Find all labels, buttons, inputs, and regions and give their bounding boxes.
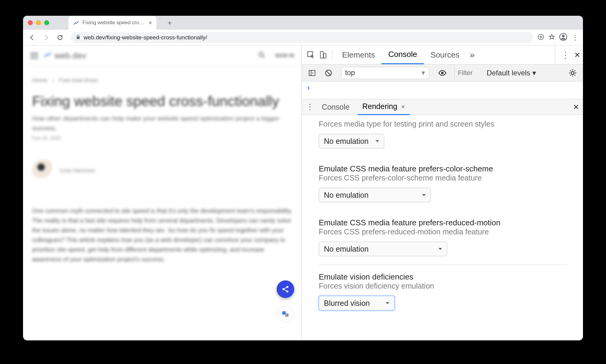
article-date: Feb 28, 2020: [32, 136, 292, 141]
bookmark-star-icon[interactable]: [548, 34, 555, 41]
execution-context-value: top: [345, 69, 355, 77]
console-prompt-icon: ›: [307, 83, 310, 92]
site-logo[interactable]: web.dev: [43, 50, 86, 61]
chevron-down-icon: [438, 248, 442, 252]
share-fab[interactable]: [277, 280, 294, 298]
section-emulate-media-type: Forces media type for testing print and …: [319, 120, 568, 157]
article-subtitle: How other departments can help make your…: [32, 114, 292, 133]
nav-back-button[interactable]: [27, 33, 37, 42]
svg-point-15: [571, 71, 574, 74]
site-logo-text: web.dev: [55, 51, 86, 61]
inspect-element-icon[interactable]: [305, 49, 317, 61]
article-title: Fixing website speed cross-functionally: [32, 93, 292, 109]
macos-traffic-lights: [28, 20, 49, 25]
console-toolbar: top ▾ Default levels ▾: [302, 65, 583, 81]
vision-title: Emulate vision deficiencies: [319, 272, 568, 282]
color-scheme-value: No emulation: [324, 191, 368, 200]
browser-tab-active[interactable]: Fixing website speed cross-fu ×: [68, 16, 156, 30]
section-prefers-reduced-motion: Emulate CSS media feature prefers-reduce…: [319, 211, 568, 265]
section-vision-deficiencies: Emulate vision deficiencies Forces visio…: [319, 265, 568, 319]
clear-console-icon[interactable]: [322, 67, 335, 79]
page-header: web.dev SIGN IN: [23, 45, 301, 66]
drawer-tab-close-icon[interactable]: ×: [401, 103, 405, 111]
window-zoom-button[interactable]: [44, 20, 49, 25]
console-sidebar-toggle-icon[interactable]: [306, 67, 318, 79]
devtools-drawer-tabbar: ⋮ Console Rendering × ×: [302, 99, 583, 115]
svg-rect-12: [309, 70, 315, 75]
site-search-icon[interactable]: [258, 51, 265, 60]
page-body: Home › Fast load times Fixing website sp…: [23, 66, 301, 340]
devtools-menu-icon[interactable]: ⋮: [561, 50, 570, 60]
section-prefers-color-scheme: Emulate CSS media feature prefers-color-…: [319, 157, 568, 211]
rendered-page: web.dev SIGN IN Home › Fast load times F…: [23, 45, 302, 340]
svg-point-5: [282, 288, 285, 290]
browser-toolbar: web.dev/fixing-website-speed-cross-funct…: [23, 30, 583, 45]
reduced-motion-desc: Forces CSS prefers-reduced-motion media …: [319, 227, 568, 236]
rendering-panel: Forces media type for testing print and …: [302, 115, 583, 340]
svg-rect-8: [285, 313, 289, 317]
drawer-tab-console[interactable]: Console: [317, 99, 355, 115]
chevron-down-icon: [375, 140, 379, 144]
svg-rect-10: [320, 51, 323, 58]
tab-sources[interactable]: Sources: [424, 46, 466, 64]
live-expression-icon[interactable]: [436, 67, 448, 79]
chevron-down-icon: ▾: [421, 69, 425, 77]
window-titlebar: Fixing website speed cross-fu × ＋: [23, 16, 583, 30]
svg-point-2: [562, 35, 565, 37]
new-tab-button[interactable]: ＋: [166, 18, 173, 28]
vision-deficiency-value: Blurred vision: [324, 299, 370, 308]
log-levels-select[interactable]: Default levels ▾: [484, 69, 538, 77]
nav-forward-button[interactable]: [41, 33, 51, 42]
tab-console[interactable]: Console: [381, 45, 424, 64]
menu-icon[interactable]: [30, 53, 38, 59]
drawer-close-icon[interactable]: ×: [573, 102, 579, 112]
color-scheme-select[interactable]: No emulation: [319, 188, 431, 202]
content-split: web.dev SIGN IN Home › Fast load times F…: [23, 45, 583, 340]
tab-close-icon[interactable]: ×: [148, 19, 152, 26]
window-close-button[interactable]: [28, 20, 33, 25]
media-type-value: No emulation: [324, 137, 368, 146]
chevron-down-icon: [422, 194, 426, 198]
tab-favicon-webdev: [73, 19, 79, 26]
tabs-overflow-icon[interactable]: »: [466, 50, 478, 60]
svg-rect-11: [324, 54, 326, 58]
profile-avatar-icon[interactable]: [559, 33, 567, 42]
breadcrumb[interactable]: Home › Fast load times: [32, 77, 292, 84]
devtools-panel: Elements Console Sources » ⋮ ×: [302, 45, 583, 340]
drawer-menu-icon[interactable]: ⋮: [306, 102, 314, 112]
devtools-close-icon[interactable]: ×: [574, 50, 580, 60]
toggle-device-toolbar-icon[interactable]: [317, 49, 329, 61]
tab-elements[interactable]: Elements: [335, 46, 381, 64]
vision-deficiency-select[interactable]: Blurred vision: [319, 296, 395, 310]
color-scheme-title: Emulate CSS media feature prefers-color-…: [319, 164, 568, 174]
webdev-mark-icon: [43, 50, 52, 61]
tab-title: Fixing website speed cross-fu: [82, 20, 145, 26]
translate-icon: [281, 310, 290, 318]
reduced-motion-title: Emulate CSS media feature prefers-reduce…: [319, 218, 568, 227]
nav-reload-button[interactable]: [55, 33, 65, 42]
install-pwa-icon[interactable]: [538, 34, 544, 41]
media-type-desc: Forces media type for testing print and …: [319, 120, 568, 128]
drawer-tab-rendering[interactable]: Rendering ×: [358, 99, 410, 115]
console-settings-icon[interactable]: [567, 67, 579, 79]
chevron-down-icon: [386, 302, 389, 306]
vision-desc: Forces vision deficiency emulation: [319, 282, 568, 290]
browser-window: Fixing website speed cross-fu × ＋ web.de…: [23, 16, 583, 340]
language-fab[interactable]: [277, 306, 294, 322]
chrome-menu-icon[interactable]: ⋮: [571, 33, 579, 42]
reduced-motion-select[interactable]: No emulation: [319, 242, 447, 256]
svg-point-14: [441, 71, 444, 74]
console-filter-input[interactable]: [454, 67, 480, 79]
media-type-select[interactable]: No emulation: [319, 134, 384, 148]
svg-point-3: [259, 52, 263, 57]
window-minimize-button[interactable]: [36, 20, 41, 25]
reduced-motion-value: No emulation: [324, 245, 368, 253]
address-bar[interactable]: web.dev/fixing-website-speed-cross-funct…: [71, 32, 533, 43]
author-avatar: [32, 159, 55, 182]
execution-context-select[interactable]: top ▾: [341, 67, 429, 79]
svg-point-6: [286, 290, 288, 293]
share-icon: [281, 285, 289, 293]
article-author[interactable]: Lina Hansson: [32, 159, 292, 182]
sign-in-link[interactable]: SIGN IN: [275, 53, 294, 58]
console-output-area[interactable]: ›: [302, 81, 583, 99]
